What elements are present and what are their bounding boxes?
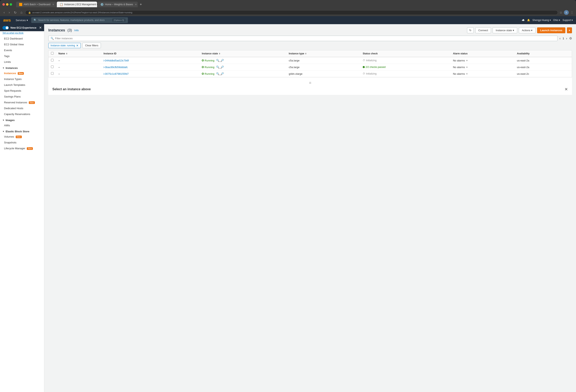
sidebar-item-savings-plans[interactable]: Savings Plans	[0, 94, 44, 99]
row-1-zoom-out-icon[interactable]: 🔎	[220, 59, 224, 62]
pagination-page: 1	[563, 37, 564, 40]
drag-handle[interactable]: ≡	[52, 81, 568, 85]
launch-instances-button[interactable]: Launch instances	[537, 27, 565, 33]
filter-search-icon: 🔍	[51, 37, 54, 40]
sidebar-item-amis[interactable]: AMIs	[0, 122, 44, 128]
launch-instances-dropdown-button[interactable]: ▾	[567, 27, 572, 33]
tab-1-close[interactable]: ✕	[52, 3, 54, 6]
forward-button[interactable]: ›	[7, 10, 11, 15]
home-button[interactable]: ⌂	[19, 10, 24, 15]
browser-tab-1[interactable]: 🟧 AWS Batch > Dashboard ✕	[16, 1, 57, 7]
row-3-add-alarm-icon[interactable]: +	[466, 72, 468, 75]
sidebar-subtitle[interactable]: Tell us what you think	[0, 31, 44, 36]
name-sort[interactable]: Name ⬍	[58, 52, 99, 55]
row-1-add-alarm-icon[interactable]: +	[466, 59, 468, 62]
tab-3-close[interactable]: ✕	[135, 3, 137, 6]
close-window-dot[interactable]	[2, 3, 5, 6]
clear-filters-button[interactable]: Clear filters	[82, 43, 101, 48]
back-button[interactable]: ‹	[2, 10, 6, 15]
minimize-window-dot[interactable]	[6, 3, 8, 6]
actions-button[interactable]: Actions ▾	[519, 27, 536, 33]
sidebar-item-capacity-reservations[interactable]: Capacity Reservations	[0, 111, 44, 117]
refresh-instances-button[interactable]: ↻	[467, 27, 474, 33]
sidebar-item-ec2-dashboard[interactable]: EC2 Dashboard	[0, 36, 44, 41]
star-icon[interactable]: ☆	[559, 11, 562, 14]
filter-tag-close-icon[interactable]: ✕	[76, 44, 79, 47]
aws-topnav: aws Services ▾ 🔍 [Option+S] ☁️ 🔔 Shengyi…	[0, 16, 576, 24]
bell-icon[interactable]: 🔔	[527, 19, 530, 22]
address-bar[interactable]: 🔒 us-east-2.console.aws.amazon.com/ec2/v…	[25, 10, 558, 15]
instance-id-sort[interactable]: Instance ID	[104, 52, 197, 55]
row-2-check-icon: ✓	[363, 66, 365, 68]
search-input[interactable]	[38, 19, 111, 22]
select-all-checkbox[interactable]	[51, 52, 54, 55]
sidebar-item-launch-templates[interactable]: Launch Templates	[0, 82, 44, 88]
connect-button[interactable]: Connect	[475, 27, 491, 33]
support-menu[interactable]: Support ▾	[563, 19, 573, 22]
sidebar-item-instances[interactable]: Instances New	[0, 70, 44, 76]
lock-icon: 🔒	[28, 11, 31, 14]
row-2-name: –	[56, 64, 101, 70]
url-text: us-east-2.console.aws.amazon.com/ec2/v2/…	[32, 11, 132, 14]
row-1-zoom-in-icon[interactable]: 🔍	[216, 59, 220, 62]
row-3-checkbox-cell	[49, 70, 56, 77]
row-1-zoom-icons: 🔍 🔎	[216, 59, 224, 62]
sidebar-item-ec2-global-view[interactable]: EC2 Global View	[0, 41, 44, 47]
instance-type-sort[interactable]: Instance type ⬍	[289, 52, 358, 55]
row-1-checkbox-cell	[49, 57, 56, 64]
detail-panel-close-button[interactable]: ✕	[565, 87, 568, 92]
row-3-state-dot: ✓	[202, 73, 204, 75]
instance-state-sort[interactable]: Instance state ⬍	[202, 52, 284, 55]
row-1-checkbox[interactable]	[51, 59, 54, 61]
row-2-add-alarm-icon[interactable]: +	[466, 65, 468, 69]
tab-3-icon: ⚙️	[100, 3, 104, 6]
sidebar-item-spot-requests[interactable]: Spot Requests	[0, 88, 44, 94]
sidebar-item-limits[interactable]: Limits	[0, 59, 44, 65]
sidebar-close-button[interactable]: ✕	[39, 26, 42, 30]
sidebar-section-images[interactable]: ▼ Images	[0, 117, 44, 122]
sidebar-item-instance-types[interactable]: Instance Types	[0, 76, 44, 82]
sidebar-item-reserved-instances[interactable]: Reserved Instances New	[0, 99, 44, 105]
user-menu[interactable]: Shengyi Huang ▾	[532, 19, 551, 22]
row-2-zoom-in-icon[interactable]: 🔍	[216, 65, 220, 69]
pagination-prev-button[interactable]: ‹	[559, 36, 561, 41]
search-bar[interactable]: 🔍 [Option+S]	[31, 17, 128, 23]
filter-input-wrap[interactable]: 🔍	[48, 36, 557, 41]
sidebar-item-lifecycle-manager[interactable]: Lifecycle Manager New	[0, 146, 44, 151]
row-1-instance-link[interactable]: i-044ddbd5ad13c7b6f	[104, 59, 129, 62]
row-2-checkbox-cell	[49, 64, 56, 70]
row-3-instance-link[interactable]: i-0075c1c8798155fd7	[104, 72, 129, 75]
browser-tab-2[interactable]: 📋 Instances | EC2 Management C ✕	[57, 1, 97, 7]
row-2-checkbox[interactable]	[51, 65, 54, 68]
filter-instances-input[interactable]	[55, 37, 555, 40]
table-row: – i-044ddbd5ad13c7b6f ✓ Running 🔍	[49, 57, 572, 64]
row-2-instance-link[interactable]: i-0bac89cfb59dddafc	[104, 66, 128, 69]
browser-tab-3[interactable]: ⚙️ Home – Weights & Biases ✕	[97, 1, 138, 7]
new-tab-button[interactable]: +	[138, 1, 144, 7]
refresh-button[interactable]: ↻	[13, 10, 18, 15]
pagination-next-button[interactable]: ›	[566, 36, 568, 41]
sidebar-section-ebs[interactable]: ▼ Elastic Block Store	[0, 128, 44, 134]
maximize-window-dot[interactable]	[10, 3, 12, 6]
row-3-zoom-in-icon[interactable]: 🔍	[216, 72, 220, 75]
user-avatar[interactable]: S	[564, 10, 569, 15]
instance-state-button[interactable]: Instance state ▾	[493, 27, 517, 33]
table-settings-icon[interactable]: ⚙	[569, 36, 572, 40]
sidebar-item-dedicated-hosts[interactable]: Dedicated Hosts	[0, 105, 44, 111]
menu-icon[interactable]: ⋮	[570, 11, 574, 14]
toggle-switch[interactable]	[2, 26, 9, 30]
region-menu[interactable]: Ohio ▾	[553, 19, 560, 22]
filter-tag-label: Instance state: running	[51, 44, 75, 47]
sidebar-section-instances[interactable]: ▼ Instances	[0, 65, 44, 70]
row-3-zoom-icons: 🔍 🔎	[216, 72, 224, 75]
row-3-zoom-out-icon[interactable]: 🔎	[220, 72, 224, 75]
row-2-zoom-out-icon[interactable]: 🔎	[220, 65, 224, 69]
row-3-checkbox[interactable]	[51, 72, 54, 75]
tab-2-icon: 📋	[60, 3, 63, 6]
sidebar-item-volumes[interactable]: Volumes New	[0, 134, 44, 140]
sidebar-item-tags[interactable]: Tags	[0, 53, 44, 59]
services-button[interactable]: Services ▾	[16, 19, 28, 22]
info-link[interactable]: Info	[74, 29, 79, 32]
sidebar-item-snapshots[interactable]: Snapshots	[0, 140, 44, 146]
sidebar-item-events[interactable]: Events	[0, 47, 44, 53]
